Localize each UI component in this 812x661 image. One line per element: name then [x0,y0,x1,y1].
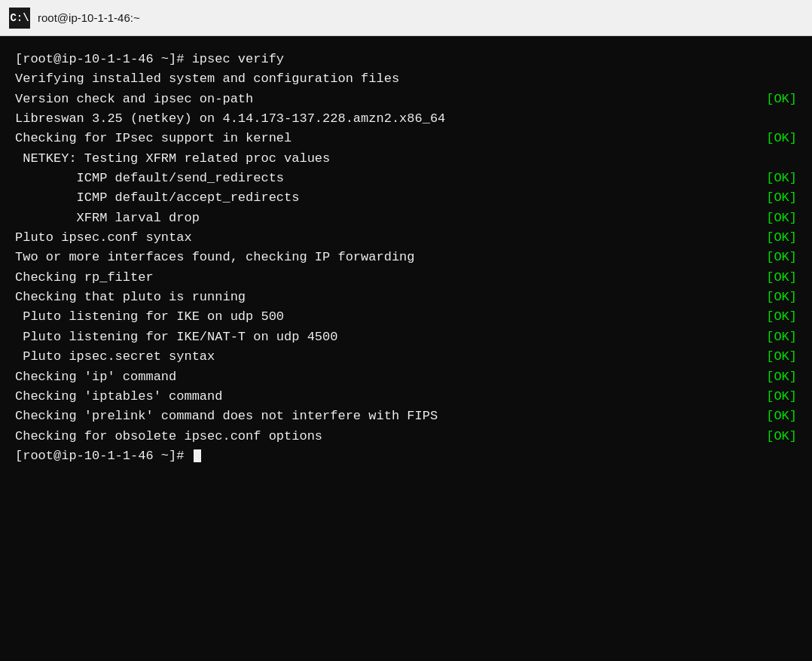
line-text: Checking for obsolete ipsec.conf options [15,427,322,446]
terminal-line: Checking for obsolete ipsec.conf options… [15,427,797,446]
ok-status: [OK] [766,347,797,367]
line-text: Version check and ipsec on-path [15,90,253,109]
line-text: Checking that pluto is running [15,288,246,307]
line-text: NETKEY: Testing XFRM related proc values [15,149,330,169]
line-text: Verifying installed system and configura… [15,69,399,89]
terminal-body[interactable]: [root@ip-10-1-1-46 ~]# ipsec verifyVerif… [0,36,812,661]
terminal-line: Checking that pluto is running[OK] [15,288,797,307]
ok-status: [OK] [766,307,797,327]
line-text: Pluto listening for IKE/NAT-T on udp 450… [15,327,337,347]
terminal-line: Pluto listening for IKE on udp 500[OK] [15,307,797,327]
line-text: Checking for IPsec support in kernel [15,129,292,148]
line-text: Checking rp_filter [15,268,154,288]
terminal-line: Pluto ipsec.secret syntax[OK] [15,347,797,367]
ok-status: [OK] [766,129,797,148]
terminal-line: Checking rp_filter[OK] [15,268,797,288]
ok-status: [OK] [766,228,797,248]
line-text: Two or more interfaces found, checking I… [15,248,415,267]
line-text: [root@ip-10-1-1-46 ~]# [15,446,201,466]
terminal-line: ICMP default/accept_redirects[OK] [15,188,797,208]
terminal-line: ICMP default/send_redirects[OK] [15,169,797,188]
terminal-line: XFRM larval drop[OK] [15,209,797,228]
cursor-blink [194,449,201,462]
line-text: ICMP default/accept_redirects [15,188,299,208]
ok-status: [OK] [766,169,797,188]
ok-status: [OK] [766,209,797,228]
window: C:\ root@ip-10-1-1-46:~ [root@ip-10-1-1-… [0,0,812,661]
terminal-line: Checking 'iptables' command[OK] [15,387,797,407]
line-text: [root@ip-10-1-1-46 ~]# ipsec verify [15,50,284,69]
ok-status: [OK] [766,248,797,267]
terminal-line: Checking 'ip' command[OK] [15,367,797,387]
terminal-line: NETKEY: Testing XFRM related proc values [15,149,797,169]
terminal-line: Libreswan 3.25 (netkey) on 4.14.173-137.… [15,109,797,129]
terminal-line: Pluto listening for IKE/NAT-T on udp 450… [15,327,797,347]
terminal-line: Checking 'prelink' command does not inte… [15,407,797,426]
terminal-line: [root@ip-10-1-1-46 ~]# ipsec verify [15,50,797,69]
line-text: Checking 'prelink' command does not inte… [15,407,438,426]
window-title: root@ip-10-1-1-46:~ [38,11,140,24]
ok-status: [OK] [766,268,797,288]
terminal-line: Two or more interfaces found, checking I… [15,248,797,267]
ok-status: [OK] [766,427,797,446]
ok-status: [OK] [766,90,797,109]
line-text: XFRM larval drop [15,209,200,228]
terminal-line: Version check and ipsec on-path[OK] [15,90,797,109]
line-text: Checking 'ip' command [15,367,176,387]
terminal-line: Pluto ipsec.conf syntax[OK] [15,228,797,248]
ok-status: [OK] [766,327,797,347]
line-text: Pluto ipsec.secret syntax [15,347,215,367]
terminal-line: [root@ip-10-1-1-46 ~]# [15,446,797,466]
ok-status: [OK] [766,387,797,407]
terminal-line: Verifying installed system and configura… [15,69,797,89]
line-text: Pluto ipsec.conf syntax [15,228,192,248]
line-text: Checking 'iptables' command [15,387,222,407]
titlebar: C:\ root@ip-10-1-1-46:~ [0,0,812,36]
ok-status: [OK] [766,407,797,426]
ok-status: [OK] [766,367,797,387]
ok-status: [OK] [766,188,797,208]
terminal-icon: C:\ [9,8,30,29]
terminal-line: Checking for IPsec support in kernel[OK] [15,129,797,148]
line-text: ICMP default/send_redirects [15,169,284,188]
line-text: Libreswan 3.25 (netkey) on 4.14.173-137.… [15,109,445,129]
ok-status: [OK] [766,288,797,307]
line-text: Pluto listening for IKE on udp 500 [15,307,284,327]
